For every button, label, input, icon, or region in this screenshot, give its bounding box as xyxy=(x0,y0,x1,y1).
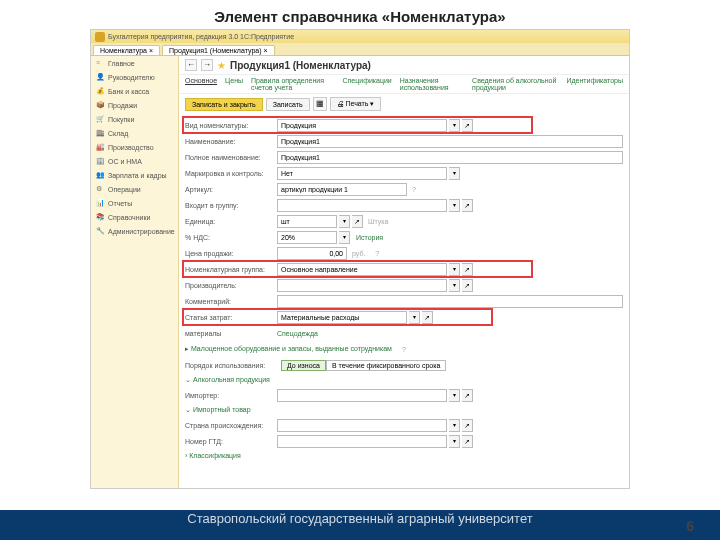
label-article: Артикул: xyxy=(185,186,277,193)
print-button[interactable]: 🖨 Печать ▾ xyxy=(330,97,382,111)
open-button[interactable]: ↗ xyxy=(462,119,473,132)
save-close-button[interactable]: Записать и закрыть xyxy=(185,98,263,111)
sidebar-item-reports[interactable]: 📊Отчеты xyxy=(91,196,178,210)
section-import[interactable]: ⌄ Импортный товар xyxy=(185,404,623,416)
dropdown-button[interactable]: ▾ xyxy=(339,215,350,228)
books-icon: 📚 xyxy=(96,213,104,221)
dropdown-button[interactable]: ▾ xyxy=(449,419,460,432)
section-alco[interactable]: ⌄ Алкогольная продукция xyxy=(185,374,623,386)
radio-fixed[interactable]: В течение фиксированного срока xyxy=(326,360,446,371)
label-usage: Порядок использования: xyxy=(185,362,277,369)
dropdown-button[interactable]: ▾ xyxy=(449,435,460,448)
sidebar-item-sales[interactable]: 📦Продажи xyxy=(91,98,178,112)
app-window: Бухгалтерия предприятия, редакция 3.0 1С… xyxy=(90,29,630,489)
dropdown-button[interactable]: ▾ xyxy=(449,263,460,276)
open-button[interactable]: ↗ xyxy=(462,279,473,292)
input-nds[interactable] xyxy=(277,231,337,244)
input-group[interactable] xyxy=(277,199,447,212)
doc-tab[interactable]: Номенклатура × xyxy=(93,45,160,55)
input-maker[interactable] xyxy=(277,279,447,292)
open-button[interactable]: ↗ xyxy=(462,263,473,276)
forward-button[interactable]: → xyxy=(201,59,213,71)
section-class[interactable]: › Классификация xyxy=(185,450,623,461)
sidebar-item-manager[interactable]: 👤Руководителю xyxy=(91,70,178,84)
label-gtd: Номер ГТД: xyxy=(185,438,277,445)
sidebar-item-production[interactable]: 🏭Производство xyxy=(91,140,178,154)
dropdown-button[interactable]: ▾ xyxy=(339,231,350,244)
factory-icon: 🏭 xyxy=(96,143,104,151)
help-icon[interactable]: ? xyxy=(375,250,379,257)
input-vid[interactable] xyxy=(277,119,447,132)
input-cost[interactable] xyxy=(277,311,407,324)
open-button[interactable]: ↗ xyxy=(462,199,473,212)
save-button[interactable]: Записать xyxy=(266,98,310,111)
input-unit[interactable] xyxy=(277,215,337,228)
link-lowvalue[interactable]: ▸ Малоценное оборудование и запасы, выда… xyxy=(185,345,392,353)
input-mark[interactable] xyxy=(277,167,447,180)
money-icon: 💰 xyxy=(96,87,104,95)
page-title: Продукция1 (Номенклатура) xyxy=(230,60,371,71)
sidebar-item-operations[interactable]: ⚙Операции xyxy=(91,182,178,196)
radio-wear[interactable]: До износа xyxy=(281,360,326,371)
input-gtd[interactable] xyxy=(277,435,447,448)
open-button[interactable]: ↗ xyxy=(352,215,363,228)
sidebar-item-directories[interactable]: 📚Справочники xyxy=(91,210,178,224)
input-country[interactable] xyxy=(277,419,447,432)
attach-button[interactable]: ▦ xyxy=(313,97,327,111)
subtabs: Основное Цены Правила определения счетов… xyxy=(179,75,629,94)
document-tabstrip: Номенклатура × Продукция1 (Номенклатура)… xyxy=(91,43,629,56)
input-importer[interactable] xyxy=(277,389,447,402)
sidebar-item-admin[interactable]: 🔧Администрирование xyxy=(91,224,178,238)
subtab-specs[interactable]: Спецификации xyxy=(343,77,392,91)
label-importer: Импортер: xyxy=(185,392,277,399)
dropdown-button[interactable]: ▾ xyxy=(449,167,460,180)
doc-tab[interactable]: Продукция1 (Номенклатура) × xyxy=(162,45,275,55)
input-fullname[interactable] xyxy=(277,151,623,164)
input-name[interactable] xyxy=(277,135,623,148)
open-button[interactable]: ↗ xyxy=(462,389,473,402)
subtab-alco[interactable]: Сведения об алкогольной продукции xyxy=(472,77,558,91)
label-comment: Комментарий: xyxy=(185,298,277,305)
dropdown-button[interactable]: ▾ xyxy=(449,279,460,292)
link-history[interactable]: История xyxy=(356,234,383,241)
dropdown-button[interactable]: ▾ xyxy=(449,389,460,402)
subtab-accounts[interactable]: Правила определения счетов учета xyxy=(251,77,334,91)
sidebar-item-assets[interactable]: 🏢ОС и НМА xyxy=(91,154,178,168)
subtab-prices[interactable]: Цены xyxy=(225,77,243,91)
input-comment[interactable] xyxy=(277,295,623,308)
cart-icon: 🛒 xyxy=(96,115,104,123)
open-button[interactable]: ↗ xyxy=(462,435,473,448)
subtab-ids[interactable]: Идентификаторы xyxy=(566,77,623,91)
sidebar-item-purchases[interactable]: 🛒Покупки xyxy=(91,112,178,126)
star-icon[interactable]: ★ xyxy=(217,60,226,71)
link-workwear[interactable]: Спецодежда xyxy=(277,330,318,337)
back-button[interactable]: ← xyxy=(185,59,197,71)
help-icon[interactable]: ? xyxy=(412,186,416,193)
sidebar-item-main[interactable]: ≡Главное xyxy=(91,56,178,70)
people-icon: 👥 xyxy=(96,171,104,179)
building-icon: 🏢 xyxy=(96,157,104,165)
input-price[interactable] xyxy=(277,247,347,260)
print-icon: 🖨 xyxy=(337,100,344,107)
dropdown-button[interactable]: ▾ xyxy=(449,199,460,212)
help-icon[interactable]: ? xyxy=(402,346,406,353)
person-icon: 👤 xyxy=(96,73,104,81)
subtab-main[interactable]: Основное xyxy=(185,77,217,91)
dropdown-button[interactable]: ▾ xyxy=(449,119,460,132)
open-button[interactable]: ↗ xyxy=(422,311,433,324)
slide-footer: Ставропольский государственный аграрный … xyxy=(0,510,720,540)
box-icon: 📦 xyxy=(96,101,104,109)
sidebar-item-warehouse[interactable]: 🏬Склад xyxy=(91,126,178,140)
chart-icon: 📊 xyxy=(96,199,104,207)
sidebar-item-bank[interactable]: 💰Банк и касса xyxy=(91,84,178,98)
sidebar-item-salary[interactable]: 👥Зарплата и кадры xyxy=(91,168,178,182)
subtab-usage[interactable]: Назначения использования xyxy=(400,77,464,91)
slide-title: Элемент справочника «Номенклатура» xyxy=(0,0,720,29)
dropdown-button[interactable]: ▾ xyxy=(409,311,420,324)
open-button[interactable]: ↗ xyxy=(462,419,473,432)
input-nomgroup[interactable] xyxy=(277,263,447,276)
input-article[interactable] xyxy=(277,183,407,196)
main-panel: ← → ★ Продукция1 (Номенклатура) Основное… xyxy=(179,56,629,488)
page-header: ← → ★ Продукция1 (Номенклатура) xyxy=(179,56,629,75)
usage-toggle: До износаВ течение фиксированного срока xyxy=(281,360,446,371)
